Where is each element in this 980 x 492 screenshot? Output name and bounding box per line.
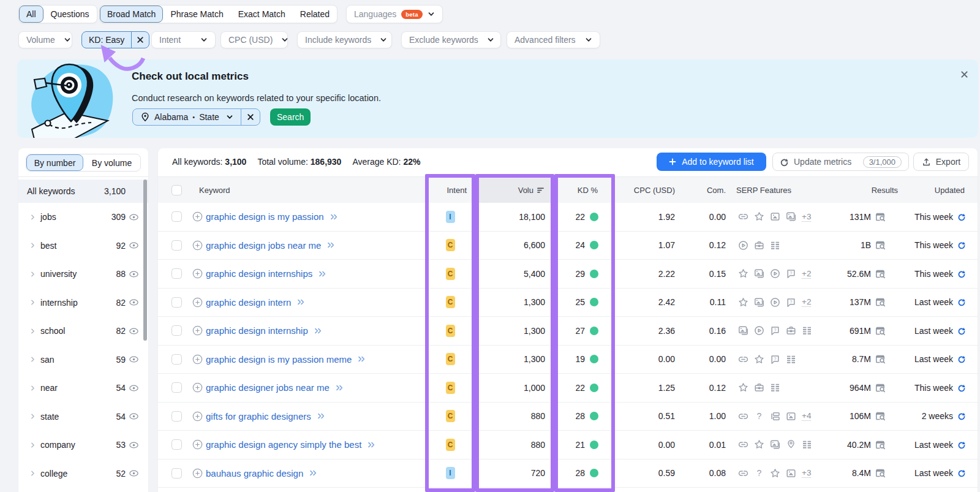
keyword-link[interactable]: bauhaus graphic design — [206, 468, 303, 479]
expand-keyword-icon[interactable] — [297, 298, 306, 306]
keyword-group-item[interactable]: school 82 — [18, 317, 148, 346]
keyword-link[interactable]: gifts for graphic designers — [206, 411, 311, 422]
eye-icon[interactable] — [129, 212, 139, 222]
keyword-link[interactable]: graphic design agency simply the best — [206, 439, 361, 450]
serp-preview-icon[interactable] — [875, 268, 886, 279]
row-checkbox[interactable] — [172, 382, 182, 393]
advanced-filters-dropdown[interactable]: Advanced filters — [507, 31, 600, 48]
serp-preview-icon[interactable] — [875, 411, 886, 422]
by-number-toggle[interactable]: By number — [26, 154, 83, 171]
row-checkbox[interactable] — [172, 268, 182, 279]
kd-filter-remove-button[interactable] — [131, 32, 149, 48]
expand-keyword-icon[interactable] — [317, 412, 326, 420]
intent-filter-dropdown[interactable]: Intent — [151, 31, 216, 48]
banner-close-icon[interactable] — [960, 70, 968, 78]
keyword-group-item[interactable]: near 54 — [18, 374, 148, 403]
expand-keyword-icon[interactable] — [309, 469, 318, 477]
column-header-intent[interactable]: Intent — [447, 177, 467, 203]
row-checkbox[interactable] — [172, 325, 182, 336]
keyword-group-item[interactable]: jobs 309 — [18, 203, 148, 232]
add-keyword-icon[interactable] — [192, 382, 203, 393]
export-button[interactable]: Export — [913, 153, 969, 171]
keyword-link[interactable]: graphic design internships — [206, 268, 312, 279]
location-clear-button[interactable] — [241, 109, 260, 125]
keyword-group-item[interactable]: best 92 — [18, 232, 148, 260]
keyword-group-item[interactable]: college 52 — [18, 460, 148, 488]
row-checkbox[interactable] — [172, 297, 182, 308]
volume-filter-dropdown[interactable]: Volume — [18, 31, 72, 48]
expand-keyword-icon[interactable] — [327, 241, 336, 249]
serp-preview-icon[interactable] — [875, 297, 886, 308]
row-checkbox[interactable] — [172, 411, 182, 422]
row-checkbox[interactable] — [172, 354, 182, 365]
column-header-updated[interactable]: Updated — [935, 177, 965, 203]
serp-preview-icon[interactable] — [875, 354, 886, 365]
eye-icon[interactable] — [129, 354, 139, 365]
by-volume-toggle[interactable]: By volume — [83, 154, 140, 171]
row-checkbox[interactable] — [172, 240, 182, 251]
include-keywords-filter[interactable]: Include keywords — [297, 31, 392, 48]
refresh-metrics-icon[interactable] — [957, 384, 966, 392]
serp-more-features[interactable]: +2 — [802, 269, 811, 279]
column-header-serp-features[interactable]: SERP Features — [736, 177, 791, 203]
keyword-link[interactable]: graphic design is my passion meme — [206, 354, 352, 365]
serp-preview-icon[interactable] — [875, 439, 886, 450]
refresh-metrics-icon[interactable] — [957, 270, 966, 278]
refresh-metrics-icon[interactable] — [957, 327, 966, 335]
column-header-volume[interactable]: Volu — [518, 177, 545, 203]
column-header-keyword[interactable]: Keyword — [199, 177, 230, 203]
tab-questions[interactable]: Questions — [43, 6, 97, 23]
serp-preview-icon[interactable] — [875, 240, 886, 251]
add-keyword-icon[interactable] — [192, 411, 203, 422]
add-keyword-icon[interactable] — [192, 268, 203, 279]
eye-icon[interactable] — [129, 411, 139, 422]
refresh-metrics-icon[interactable] — [957, 213, 966, 221]
keyword-group-item[interactable]: internship 82 — [18, 289, 148, 317]
all-keywords-row[interactable]: All keywords 3,100 — [18, 180, 148, 203]
eye-icon[interactable] — [129, 297, 139, 308]
keyword-group-item[interactable]: university 88 — [18, 260, 148, 289]
keyword-link[interactable]: graphic design internship — [206, 325, 308, 336]
serp-preview-icon[interactable] — [875, 382, 886, 393]
keyword-link[interactable]: graphic design jobs near me — [206, 240, 321, 251]
add-to-keyword-list-button[interactable]: Add to keyword list — [657, 153, 766, 171]
refresh-metrics-icon[interactable] — [957, 441, 966, 449]
tab-exact-match[interactable]: Exact Match — [231, 6, 293, 23]
column-header-cpc[interactable]: CPC (USD) — [634, 177, 675, 203]
serp-more-features[interactable]: +3 — [802, 212, 811, 222]
expand-keyword-icon[interactable] — [368, 441, 376, 448]
tab-related[interactable]: Related — [293, 6, 337, 23]
expand-keyword-icon[interactable] — [318, 270, 327, 278]
exclude-keywords-filter[interactable]: Exclude keywords — [401, 31, 501, 48]
add-keyword-icon[interactable] — [192, 211, 203, 222]
serp-more-features[interactable]: +2 — [802, 297, 811, 307]
expand-keyword-icon[interactable] — [336, 384, 344, 392]
cpc-filter-dropdown[interactable]: CPC (USD) — [221, 31, 288, 48]
row-checkbox[interactable] — [172, 468, 182, 479]
eye-icon[interactable] — [129, 440, 139, 450]
keyword-link[interactable]: graphic design intern — [206, 297, 291, 308]
column-header-kd[interactable]: KD % — [578, 177, 598, 203]
serp-more-features[interactable]: +3 — [802, 468, 811, 478]
expand-keyword-icon[interactable] — [330, 213, 339, 221]
expand-keyword-icon[interactable] — [314, 327, 323, 335]
eye-icon[interactable] — [129, 240, 139, 251]
serp-more-features[interactable]: +4 — [802, 411, 811, 421]
refresh-metrics-icon[interactable] — [957, 241, 966, 249]
kd-easy-filter-chip[interactable]: KD: Easy — [81, 31, 149, 48]
update-metrics-button[interactable]: Update metrics 3/1,000 — [772, 153, 909, 171]
serp-preview-icon[interactable] — [875, 467, 886, 479]
keyword-group-item[interactable]: state 54 — [18, 403, 148, 431]
keyword-link[interactable]: graphic design is my passion — [206, 211, 324, 222]
languages-dropdown[interactable]: Languages beta — [346, 5, 443, 23]
search-button[interactable]: Search — [270, 108, 311, 126]
add-keyword-icon[interactable] — [192, 325, 203, 336]
column-header-com[interactable]: Com. — [707, 177, 726, 203]
select-all-checkbox[interactable] — [172, 185, 182, 195]
keyword-group-item[interactable]: san 59 — [18, 346, 148, 374]
add-keyword-icon[interactable] — [192, 297, 203, 308]
refresh-metrics-icon[interactable] — [957, 412, 966, 420]
row-checkbox[interactable] — [172, 439, 182, 450]
add-keyword-icon[interactable] — [192, 240, 203, 251]
serp-preview-icon[interactable] — [875, 211, 886, 222]
